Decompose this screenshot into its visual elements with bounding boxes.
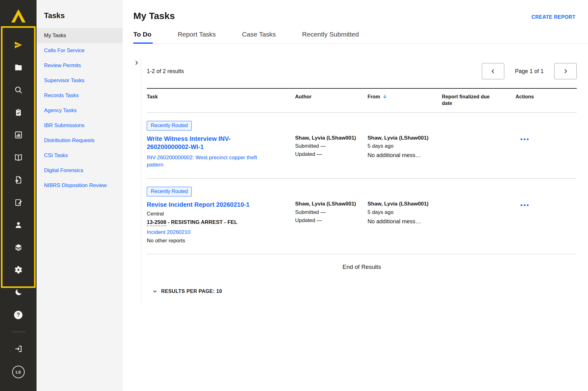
next-page-button[interactable] [554, 63, 577, 79]
app-logo[interactable] [0, 0, 37, 32]
from-name: Shaw, Lyvia (LShaw001) [368, 134, 436, 142]
task-related-link[interactable]: INV-260200000002: West precinct copper t… [147, 154, 272, 169]
sidebar-item-agency-tasks[interactable]: Agency Tasks [37, 103, 123, 118]
results-topbar: 1-2 of 2 results Page 1 of 1 [147, 63, 577, 79]
open-book-icon[interactable] [13, 152, 24, 163]
tasks-sidebar: Tasks My Tasks Calls For Service Review … [37, 0, 123, 391]
column-header-task: Task [147, 94, 295, 107]
tab-recently-submitted[interactable]: Recently Submitted [302, 31, 360, 43]
paper-plane-icon[interactable] [13, 39, 24, 51]
settings-gear-icon[interactable] [13, 264, 24, 275]
actions-menu-icon[interactable] [519, 136, 531, 142]
due-date-cell [442, 187, 516, 244]
task-location: Central [147, 211, 286, 217]
from-header-label: From [368, 94, 380, 100]
rail-icon-column: ? LS [0, 32, 37, 378]
status-badge: Recently Routed [147, 187, 192, 196]
author-cell: Shaw, Lyvia (LShaw001) Submitted — Updat… [295, 121, 368, 169]
task-cell: Recently Routed Write Witness Interview … [147, 121, 295, 169]
layers-icon[interactable] [13, 242, 24, 253]
sidebar-title: Tasks [37, 0, 123, 28]
actions-menu-icon[interactable] [519, 202, 531, 208]
main-content: My Tasks CREATE REPORT To Do Report Task… [123, 0, 588, 391]
results-panel: 1-2 of 2 results Page 1 of 1 Task Author… [141, 57, 577, 304]
sort-descending-icon [382, 94, 388, 99]
sidebar-item-records-tasks[interactable]: Records Tasks [37, 88, 123, 103]
from-time: 5 days ago [368, 142, 436, 150]
offense-description: - RESISTING ARREST - FEL [166, 219, 237, 225]
from-message: No additional mess… [368, 217, 436, 226]
offense-code[interactable]: 13-2508 [147, 219, 166, 226]
tab-bar: To Do Report Tasks Case Tasks Recently S… [133, 31, 588, 44]
author-submitted: Submitted — [295, 142, 361, 150]
author-submitted: Submitted — [295, 208, 361, 216]
sidebar-item-calls-for-service[interactable]: Calls For Service [37, 43, 123, 58]
status-badge: Recently Routed [147, 121, 192, 131]
sidebar-item-ibr-submissions[interactable]: IBR Submissions [37, 118, 123, 133]
task-offense: 13-2508 - RESISTING ARREST - FEL [147, 219, 286, 225]
from-message: No additional mess… [368, 151, 436, 160]
author-updated: Updated — [295, 150, 361, 158]
sidebar-item-digital-forensics[interactable]: Digital Forensics [37, 163, 123, 178]
help-glyph: ? [14, 311, 22, 319]
chevron-left-icon [490, 68, 496, 74]
bar-chart-icon[interactable] [13, 129, 24, 141]
incident-link[interactable]: Incident 20260210 [147, 229, 286, 235]
from-cell: Shaw, Lyvia (LShaw001) 5 days ago No add… [368, 187, 442, 244]
task-note: No other reports [147, 238, 286, 244]
column-header-due-date: Report finalized due date [442, 94, 516, 107]
author-cell: Shaw, Lyvia (LShaw001) Submitted — Updat… [295, 187, 368, 244]
tab-to-do[interactable]: To Do [133, 31, 153, 44]
table-row: Recently Routed Revise Incident Report 2… [147, 179, 577, 254]
previous-page-button[interactable] [482, 63, 504, 79]
user-avatar[interactable]: LS [12, 366, 25, 378]
column-header-actions: Actions [516, 94, 577, 107]
due-date-cell [442, 121, 516, 169]
author-name: Shaw, Lyvia (LShaw001) [295, 200, 361, 208]
sidebar-item-csi-tasks[interactable]: CSI Tasks [37, 148, 123, 163]
folder-icon[interactable] [13, 62, 24, 73]
table-header-row: Task Author From Report finalized due da… [147, 88, 577, 113]
actions-cell [516, 187, 577, 244]
sign-out-icon[interactable] [13, 343, 24, 354]
rail-divider [12, 332, 25, 332]
pagination: Page 1 of 1 [482, 63, 577, 79]
chevron-down-icon [152, 289, 157, 294]
tab-case-tasks[interactable]: Case Tasks [242, 31, 277, 43]
global-nav-rail: ? LS [0, 0, 37, 391]
create-report-button[interactable]: CREATE REPORT [531, 14, 576, 20]
tasks-table: Task Author From Report finalized due da… [147, 88, 577, 254]
tab-report-tasks[interactable]: Report Tasks [178, 31, 217, 43]
end-of-results: End of Results [147, 254, 577, 272]
task-title-link[interactable]: Write Witness Interview INV-260200000002… [147, 135, 253, 151]
clipboard-check-icon[interactable] [13, 107, 24, 118]
author-updated: Updated — [295, 216, 361, 225]
help-icon[interactable]: ? [13, 309, 24, 320]
sidebar-item-review-permits[interactable]: Review Permits [37, 58, 123, 73]
sidebar-item-distribution-requests[interactable]: Distribution Requests [37, 133, 123, 148]
author-name: Shaw, Lyvia (LShaw001) [295, 134, 361, 142]
results-per-page-control[interactable]: RESULTS PER PAGE: 10 [152, 289, 222, 294]
results-per-page-label: RESULTS PER PAGE: 10 [161, 289, 222, 294]
person-icon[interactable] [13, 219, 24, 230]
main-header: My Tasks CREATE REPORT [123, 0, 588, 21]
task-title-link[interactable]: Revise Incident Report 20260210-1 [147, 200, 286, 209]
report-edit-icon[interactable] [13, 197, 24, 208]
column-header-from[interactable]: From [368, 94, 442, 107]
column-header-author: Author [295, 94, 368, 107]
actions-cell [516, 121, 577, 169]
expand-filters-chevron-icon[interactable] [132, 59, 141, 67]
chevron-right-icon [562, 68, 569, 74]
moon-icon[interactable] [13, 287, 24, 298]
sidebar-item-nibrs-disposition-review[interactable]: NIBRS Disposition Review [37, 178, 123, 193]
file-import-icon[interactable] [13, 174, 24, 186]
from-name: Shaw, Lyvia (LShaw001) [368, 200, 436, 208]
sidebar-item-supervisor-tasks[interactable]: Supervisor Tasks [37, 73, 123, 88]
table-row: Recently Routed Write Witness Interview … [147, 113, 577, 179]
from-time: 5 days ago [368, 208, 436, 216]
sidebar-item-my-tasks[interactable]: My Tasks [37, 28, 123, 43]
task-cell: Recently Routed Revise Incident Report 2… [147, 187, 295, 244]
results-count: 1-2 of 2 results [147, 68, 184, 75]
search-icon[interactable] [13, 84, 24, 96]
page-title: My Tasks [133, 11, 175, 21]
